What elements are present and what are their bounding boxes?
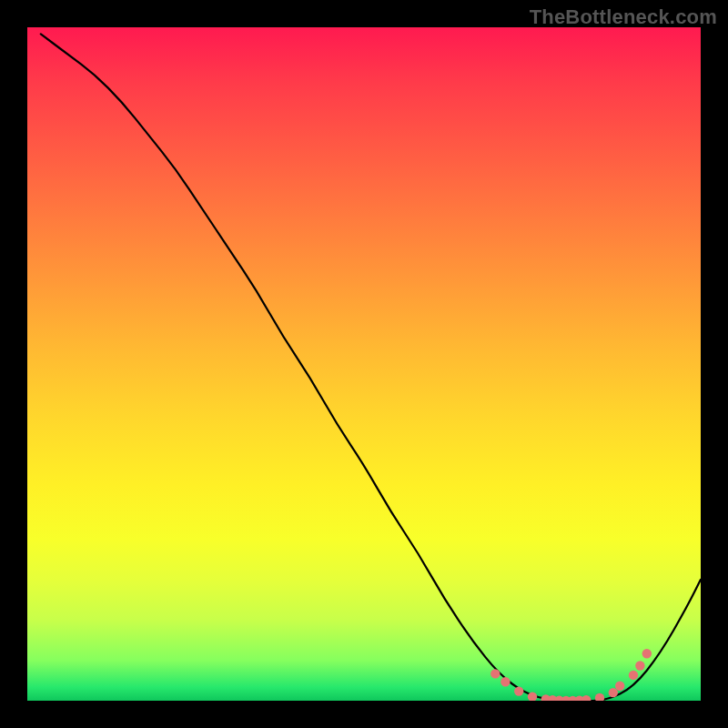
data-marker [490,669,500,678]
data-marker [635,661,644,670]
data-marker [629,671,638,680]
data-marker [642,649,652,658]
data-marker [595,693,604,701]
curve-line [41,34,701,701]
data-marker [514,686,523,695]
data-marker [615,682,624,691]
watermark-text: TheBottleneck.com [530,5,717,29]
data-marker [609,688,618,697]
chart-container: TheBottleneck.com [0,0,728,728]
chart-svg [27,27,701,701]
data-marker [500,677,510,686]
marker-group [490,649,652,701]
plot-area [27,27,701,701]
data-marker [581,695,591,701]
